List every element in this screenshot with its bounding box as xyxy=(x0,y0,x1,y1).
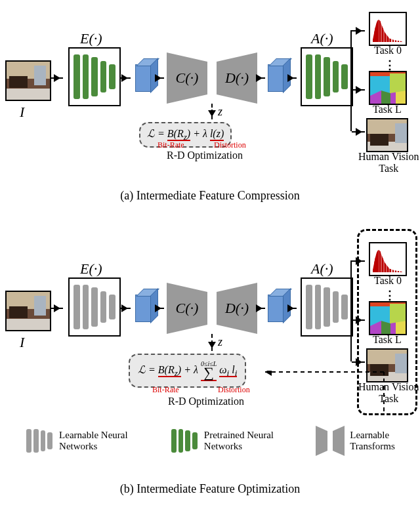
encoder-bars-b xyxy=(70,279,119,335)
loss-box-b: ℒ = B(Rz) + λ 0≤i≤L∑ ωi li xyxy=(129,354,246,388)
tasks-vdots: ⋮ xyxy=(384,58,396,72)
loss-formula-a: ℒ = B(Rz) + λ l(z) xyxy=(147,128,224,141)
panel-b-container: I E(·) C(·) D(·) A(·) Task 0 ⋮ Task L xyxy=(0,215,420,477)
task0-label-b: Task 0 xyxy=(374,275,402,287)
label-D-b: D(·) xyxy=(225,300,249,317)
label-D: D(·) xyxy=(225,70,249,87)
analysis-box-b xyxy=(301,277,353,337)
label-C: C(·) xyxy=(176,70,199,87)
analysis-bars-b xyxy=(302,279,352,335)
label-A-b: A(·) xyxy=(311,260,333,277)
feedback-arrow xyxy=(262,371,387,423)
task0-icon-b xyxy=(369,242,407,276)
distortion-label-b: Distortion xyxy=(218,385,250,395)
label-A: A(·) xyxy=(311,30,333,47)
input-image-b xyxy=(5,291,51,331)
arrow-cube-C-b xyxy=(156,308,164,309)
feature-cube-right-b xyxy=(268,295,284,322)
analysis-bars xyxy=(302,49,352,105)
arrow-cube-A-b xyxy=(289,308,297,309)
arrow-D-cube-b xyxy=(257,308,265,309)
arrow-z-down-b xyxy=(211,334,213,351)
label-I: I xyxy=(20,104,24,121)
arrow-E-cube-b xyxy=(120,308,131,309)
task0-label: Task 0 xyxy=(374,45,402,56)
caption-b: (b) Intermediate Feature Optimization xyxy=(0,482,420,496)
human-vision-icon xyxy=(366,118,408,152)
label-I-b: I xyxy=(20,334,24,351)
svg-marker-6 xyxy=(333,426,345,456)
feature-cube-right xyxy=(268,64,284,92)
legend-pretrained-nn-label: Pretrained Neural Networks xyxy=(204,430,274,452)
bitrate-label-b: Bit-Rate xyxy=(152,385,179,395)
label-E-b: E(·) xyxy=(80,260,102,277)
taskL-label: Task L xyxy=(373,104,402,115)
tasks-vdots-b: ⋮ xyxy=(384,288,396,302)
encoder-bars xyxy=(70,49,119,105)
arrow-D-cube xyxy=(257,77,265,79)
rdopt-label-a: R-D Optimization xyxy=(167,150,243,161)
encoder-box-b xyxy=(68,277,121,337)
human-vision-label: Human Vision Task xyxy=(358,151,419,174)
bitrate-label-a: Bit-Rate xyxy=(158,140,184,150)
label-C-b: C(·) xyxy=(176,300,199,317)
taskL-label-b: Task L xyxy=(373,334,402,346)
label-z-b: z xyxy=(218,335,222,349)
branch-line xyxy=(350,26,354,135)
svg-marker-4 xyxy=(265,371,272,376)
branch-line-b xyxy=(350,256,354,365)
legend-learnable-tf: Learnable Transforms xyxy=(316,426,395,456)
arrow-cube-A xyxy=(289,77,297,79)
arrow-I-E xyxy=(50,77,63,79)
input-image xyxy=(5,60,51,101)
panel-a-container: I E(·) C(·) D(·) A(·) Task 0 ⋮ Task L xyxy=(0,0,420,184)
legend-learnable-nn: Learnable Neural Networks xyxy=(25,426,128,456)
arrow-E-cube xyxy=(120,77,131,79)
label-E: E(·) xyxy=(80,30,102,47)
legend-pretrained-nn: Pretrained Neural Networks xyxy=(170,426,274,456)
trap-C: C(·) xyxy=(167,52,207,104)
svg-marker-5 xyxy=(316,426,327,456)
analysis-box xyxy=(301,47,353,106)
trap-D: D(·) xyxy=(217,52,257,104)
arrow-I-E-b xyxy=(50,308,63,309)
arrow-z-down xyxy=(211,104,213,119)
caption-a: (a) Intermediate Feature Compression xyxy=(0,189,420,203)
trap-D-b: D(·) xyxy=(217,283,257,334)
legend-learnable-tf-label: Learnable Transforms xyxy=(350,430,395,452)
legend-learnable-nn-label: Learnable Neural Networks xyxy=(59,430,128,452)
encoder-box xyxy=(68,47,121,106)
taskL-icon-b xyxy=(369,301,407,335)
feature-cube-left-b xyxy=(135,295,151,322)
legend: Learnable Neural Networks Pretrained Neu… xyxy=(0,419,420,457)
distortion-label-a: Distortion xyxy=(214,140,246,150)
loss-formula-b: ℒ = B(Rz) + λ 0≤i≤L∑ ωi li xyxy=(138,364,237,375)
rdopt-label-b: R-D Optimization xyxy=(168,396,244,407)
trap-C-b: C(·) xyxy=(167,283,207,334)
label-z: z xyxy=(218,105,222,119)
feature-cube-left xyxy=(135,64,151,92)
taskL-icon xyxy=(369,71,407,105)
arrow-cube-C xyxy=(156,77,164,79)
task0-icon xyxy=(369,12,407,46)
